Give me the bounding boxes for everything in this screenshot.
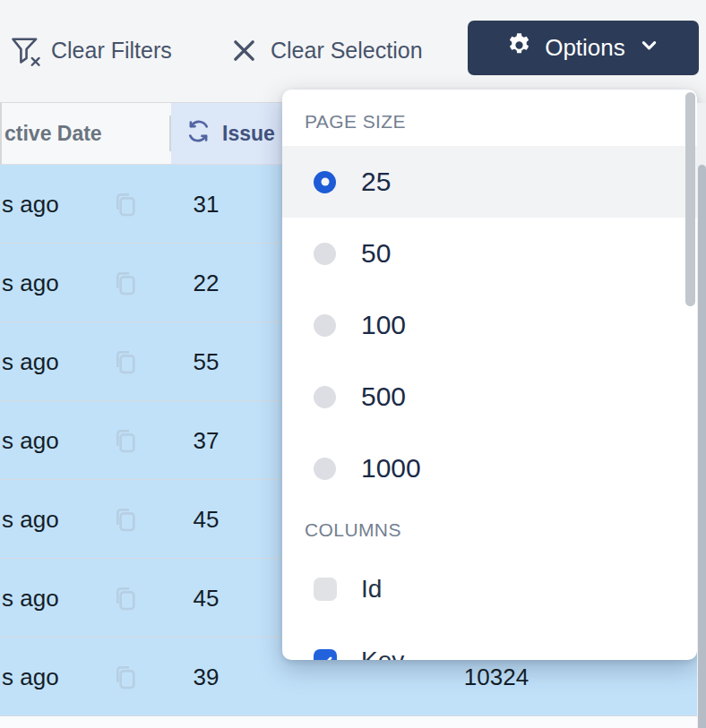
row-age-text: s ago: [2, 269, 59, 296]
gear-icon: [505, 31, 533, 65]
checkbox-unchecked-icon[interactable]: [314, 578, 337, 601]
clear-filters-button[interactable]: Clear Filters: [9, 27, 172, 73]
row-issue-value: 22: [168, 269, 244, 296]
row-age-text: s ago: [2, 426, 59, 454]
radio-selected-icon[interactable]: [314, 171, 336, 193]
page-size-option-25[interactable]: 25: [282, 146, 697, 218]
column-toggle-key[interactable]: Key: [282, 625, 697, 660]
column-toggle-label: Id: [361, 575, 382, 604]
row-issue-value: 55: [168, 347, 244, 375]
sync-arrows-icon: [185, 118, 211, 150]
column-header-date[interactable]: ctive Date: [2, 103, 171, 164]
row-key-value: 10324: [441, 663, 552, 690]
copy-icon[interactable]: [111, 268, 140, 298]
radio-unselected-icon[interactable]: [314, 243, 336, 265]
copy-icon[interactable]: [111, 662, 140, 692]
row-issue-value: 31: [168, 190, 244, 218]
options-button[interactable]: Options: [468, 21, 699, 75]
column-toggle-label: Key: [361, 647, 404, 660]
row-age-text: s ago: [2, 347, 59, 375]
column-toggle-id[interactable]: Id: [282, 553, 697, 625]
page-size-option-label: 500: [361, 381, 406, 412]
page-size-option-1000[interactable]: 1000: [282, 433, 697, 504]
options-dropdown-menu: PAGE SIZE 25 50 100 500 1000 COLUMNS Id …: [282, 90, 697, 660]
clear-selection-label: Clear Selection: [271, 38, 423, 64]
vertical-scrollbar-thumb[interactable]: [698, 165, 706, 728]
radio-unselected-icon[interactable]: [314, 458, 336, 480]
page-size-heading: PAGE SIZE: [305, 111, 406, 133]
clear-filters-label: Clear Filters: [51, 38, 172, 64]
page-size-option-500[interactable]: 500: [282, 361, 697, 433]
row-issue-value: 45: [168, 584, 244, 612]
radio-unselected-icon[interactable]: [314, 314, 336, 337]
copy-icon[interactable]: [111, 425, 140, 456]
row-age-text: s ago: [2, 505, 59, 533]
filter-clear-icon: [9, 33, 43, 67]
page-size-option-label: 1000: [361, 453, 421, 484]
copy-icon[interactable]: [111, 347, 140, 377]
date-column-label: ctive Date: [4, 122, 102, 146]
row-age-text: s ago: [2, 190, 59, 218]
issue-column-label: Issue: [222, 122, 275, 146]
row-issue-value: 37: [168, 426, 244, 454]
page-size-option-50[interactable]: 50: [282, 218, 697, 289]
options-label: Options: [545, 34, 625, 62]
page-size-option-label: 50: [361, 238, 391, 269]
toolbar: Clear Filters Clear Selection Options: [0, 0, 706, 103]
vertical-scrollbar-track: [697, 103, 706, 728]
page-size-option-label: 25: [361, 167, 391, 197]
menu-scrollbar-thumb[interactable]: [685, 92, 695, 306]
next-row-strip: [0, 716, 697, 728]
row-issue-value: 45: [168, 505, 244, 533]
clear-selection-button[interactable]: Clear Selection: [229, 27, 423, 73]
copy-icon[interactable]: [111, 189, 140, 219]
page-size-option-label: 100: [361, 310, 406, 340]
close-x-icon: [229, 36, 259, 65]
radio-unselected-icon[interactable]: [314, 386, 336, 408]
row-age-text: s ago: [2, 584, 59, 612]
row-issue-value: 39: [168, 663, 244, 690]
page-size-option-100[interactable]: 100: [282, 289, 697, 361]
copy-icon[interactable]: [111, 583, 140, 613]
chevron-down-icon: [637, 33, 661, 64]
row-age-text: s ago: [2, 663, 59, 690]
copy-icon[interactable]: [111, 504, 140, 535]
checkbox-checked-icon[interactable]: [314, 649, 337, 660]
columns-heading: COLUMNS: [305, 519, 401, 541]
